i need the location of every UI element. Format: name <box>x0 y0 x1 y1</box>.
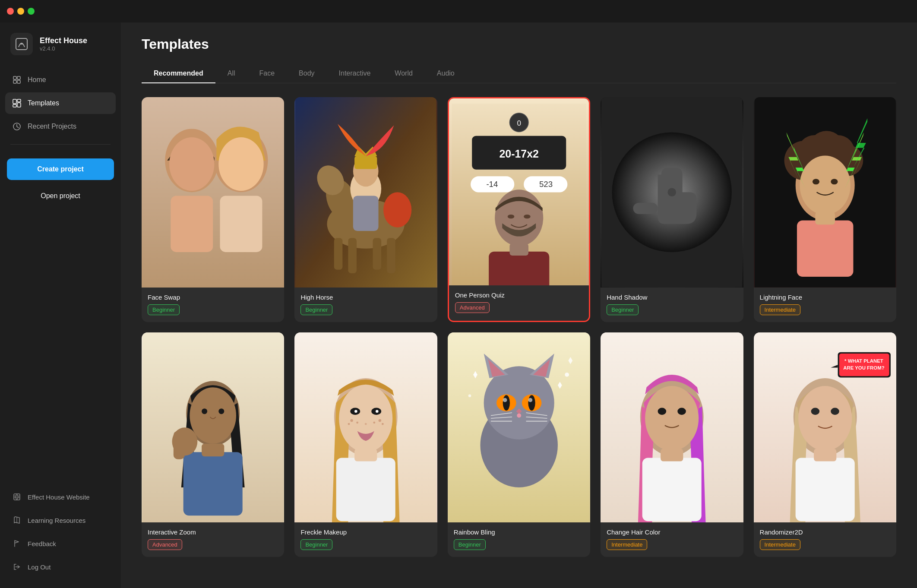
template-name-one-person-quiz: One Person Quiz <box>455 291 583 299</box>
template-card-rainbow-bling[interactable]: Rainbow Bling Beginner <box>448 332 590 557</box>
svg-point-92 <box>528 395 535 411</box>
sidebar-item-feedback[interactable]: Feedback <box>5 533 116 554</box>
sidebar-item-home[interactable]: Home <box>5 69 116 91</box>
template-card-randomizer2d[interactable]: * WHAT PLANET ARE YOU FROM? Randomizer2D… <box>754 332 896 557</box>
template-card-one-person-quiz[interactable]: 0 20-17x2 -14 523 <box>448 97 590 322</box>
tab-world[interactable]: World <box>383 64 425 83</box>
svg-point-78 <box>357 421 359 424</box>
tab-all[interactable]: All <box>215 64 247 83</box>
templates-label: Templates <box>28 99 59 107</box>
svg-rect-117 <box>814 449 836 461</box>
svg-rect-43 <box>489 252 549 285</box>
svg-point-80 <box>379 419 382 422</box>
template-card-face-swap[interactable]: Face Swap Beginner <box>142 97 284 322</box>
svg-rect-7 <box>17 99 21 102</box>
brand-version: v2.4.0 <box>40 45 87 52</box>
svg-rect-6 <box>13 99 16 104</box>
template-name-rainbow-bling: Rainbow Bling <box>454 528 584 536</box>
svg-rect-2 <box>13 76 16 79</box>
svg-rect-28 <box>354 156 377 169</box>
close-button[interactable] <box>7 8 14 15</box>
sidebar-nav: Home Templates <box>0 69 121 137</box>
svg-rect-23 <box>387 238 396 273</box>
template-name-face-swap: Face Swap <box>148 294 278 301</box>
svg-rect-4 <box>13 80 16 83</box>
template-card-change-hair-color[interactable]: Change Hair Color Intermediate <box>601 332 743 557</box>
sidebar-bottom: Effect House Website Learning Resources <box>0 486 121 588</box>
tab-face[interactable]: Face <box>247 64 287 83</box>
sidebar-item-learning[interactable]: Learning Resources <box>5 509 116 531</box>
sidebar-item-logout[interactable]: Log Out <box>5 556 116 578</box>
template-info-hand-shadow: Hand Shadow Beginner <box>601 288 743 322</box>
templates-icon <box>12 98 22 108</box>
svg-point-76 <box>376 410 379 413</box>
template-info-interactive-zoom: Interactive Zoom Advanced <box>142 522 284 557</box>
sidebar-item-recent[interactable]: Recent Projects <box>5 116 116 137</box>
svg-rect-20 <box>334 238 343 269</box>
thumbnail-randomizer2d: * WHAT PLANET ARE YOU FROM? <box>754 332 896 523</box>
template-name-freckle-makeup: Freckle Makeup <box>300 528 431 536</box>
create-project-button[interactable]: Create project <box>7 158 114 180</box>
svg-point-58 <box>831 179 838 184</box>
svg-text:0: 0 <box>517 119 521 127</box>
svg-point-16 <box>218 137 263 191</box>
content-area: Templates Recommended All Face Body Inte… <box>121 22 917 588</box>
template-card-interactive-zoom[interactable]: Interactive Zoom Advanced <box>142 332 284 557</box>
tab-interactive[interactable]: Interactive <box>327 64 383 83</box>
tab-audio[interactable]: Audio <box>425 64 467 83</box>
svg-rect-47 <box>633 203 658 214</box>
svg-point-102 <box>565 373 569 377</box>
open-project-button[interactable]: Open project <box>7 187 114 205</box>
svg-rect-84 <box>336 458 395 521</box>
template-card-hand-shadow[interactable]: Hand Shadow Beginner <box>601 97 743 322</box>
brand-text: Effect House v2.4.0 <box>40 36 87 52</box>
svg-point-107 <box>658 408 667 414</box>
main-layout: Effect House v2.4.0 Home <box>0 22 917 588</box>
template-info-high-horse: High Horse Beginner <box>294 288 437 322</box>
svg-point-82 <box>382 423 384 425</box>
svg-point-56 <box>800 155 850 215</box>
difficulty-badge-interactive-zoom: Advanced <box>148 539 182 550</box>
svg-point-101 <box>468 394 471 397</box>
template-card-lightning-face[interactable]: Lightning Face Intermediate <box>754 97 896 322</box>
brand-icon <box>10 33 33 55</box>
thumbnail-face-swap <box>142 97 284 288</box>
feedback-label: Feedback <box>28 540 56 547</box>
svg-rect-59 <box>797 221 854 277</box>
template-name-randomizer2d: Randomizer2D <box>760 528 890 536</box>
book-icon <box>12 515 22 525</box>
svg-text:523: 523 <box>539 180 553 189</box>
svg-rect-11 <box>14 494 20 500</box>
svg-point-75 <box>354 410 357 413</box>
minimize-button[interactable] <box>17 8 24 15</box>
template-card-freckle-makeup[interactable]: Freckle Makeup Beginner <box>294 332 437 557</box>
thumbnail-hand-shadow <box>601 97 743 288</box>
home-icon <box>12 75 22 85</box>
template-info-randomizer2d: Randomizer2D Intermediate <box>754 522 896 557</box>
tab-body[interactable]: Body <box>287 64 326 83</box>
svg-point-103 <box>517 413 521 417</box>
svg-rect-69 <box>174 431 185 459</box>
svg-point-114 <box>811 408 819 414</box>
template-name-high-horse: High Horse <box>300 294 431 301</box>
svg-point-13 <box>169 137 214 191</box>
svg-point-65 <box>218 408 224 414</box>
svg-point-113 <box>798 386 852 451</box>
svg-point-42 <box>524 215 531 218</box>
sidebar-item-website[interactable]: Effect House Website <box>5 486 116 508</box>
svg-rect-85 <box>354 449 377 461</box>
svg-point-57 <box>812 179 819 184</box>
tab-recommended[interactable]: Recommended <box>142 64 215 83</box>
template-info-face-swap: Face Swap Beginner <box>142 288 284 322</box>
template-card-high-horse[interactable]: High Horse Beginner <box>294 97 437 322</box>
template-name-hand-shadow: Hand Shadow <box>607 294 737 301</box>
fullscreen-button[interactable] <box>28 8 35 15</box>
flag-icon <box>12 539 22 548</box>
svg-rect-67 <box>202 443 224 456</box>
sidebar-item-templates[interactable]: Templates <box>5 92 116 114</box>
sidebar-brand: Effect House v2.4.0 <box>0 22 121 69</box>
difficulty-badge-randomizer2d: Intermediate <box>760 539 800 550</box>
thumbnail-rainbow <box>448 332 590 523</box>
difficulty-badge-one-person-quiz: Advanced <box>455 302 490 313</box>
thumbnail-high-horse <box>294 97 437 288</box>
